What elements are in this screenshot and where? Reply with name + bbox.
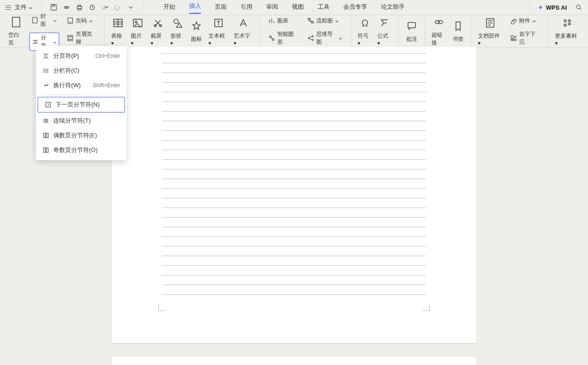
comment-icon [405,20,418,33]
divider [529,3,530,11]
header-footer-icon [67,34,74,42]
smartart-button[interactable]: 智能图形 [266,29,299,47]
star-icon [190,20,203,33]
svg-rect-1 [52,5,55,6]
svg-rect-27 [408,22,415,28]
overflow-icon[interactable] [127,4,134,11]
menu-continuous-section[interactable]: 连续分节符(T) [36,113,127,128]
comment-button[interactable]: 批注 [403,20,421,43]
svg-point-15 [135,21,137,22]
tab-reference[interactable]: 引用 [241,2,252,14]
building-blocks-button[interactable]: 文档部件 ▾ [475,17,505,46]
page-margin-markers [158,304,430,311]
svg-point-21 [272,39,274,40]
tab-insert[interactable]: 插入 [189,1,201,14]
icon-button[interactable]: 图标 [187,20,206,43]
hyperlink-icon [432,16,445,28]
chevron-up-icon [53,39,57,44]
hyperlink-button[interactable]: 超链接 [429,16,449,47]
shape-button[interactable]: 形状 ▾ [168,17,187,46]
header-footer-button[interactable]: 页眉页脚 [65,29,98,47]
picture-button[interactable]: 图片 ▾ [128,17,148,46]
textbox-button[interactable]: 文本框 ▾ [206,17,230,46]
svg-point-3 [66,6,69,8]
svg-rect-4 [77,6,82,9]
sparkle-icon: ✦ [538,4,543,11]
svg-rect-36 [44,133,45,138]
link-icon[interactable] [63,4,70,11]
dropcap-icon [510,34,517,42]
page-number-button[interactable]: 页码 [65,16,98,26]
menu-next-page-section[interactable]: 下一页分节符(N) [38,97,125,112]
chart-button[interactable]: 图表 [266,16,299,26]
save-icon[interactable] [50,4,57,11]
paperclip-icon [510,17,517,24]
main-tabs: 开始 插入 页面 引用 审阅 视图 工具 会员专享 论文助手 [163,1,405,14]
file-menu[interactable]: 文件 [6,3,33,11]
menu-line-break[interactable]: 换行符(W) Shift+Enter [36,78,127,93]
equation-button[interactable]: 公式 ▾ [375,17,394,46]
chevron-down-icon [53,18,57,22]
tab-home[interactable]: 开始 [163,2,175,14]
wps-ai-button[interactable]: ✦ WPS AI [538,4,567,11]
equation-icon [378,17,391,29]
tab-tools[interactable]: 工具 [318,2,330,14]
textbox-icon [212,17,225,29]
svg-point-34 [564,24,566,26]
bookmark-button[interactable]: 书签 [449,20,467,43]
redo-icon[interactable] [114,4,122,11]
flowchart-button[interactable]: 流程图 [305,16,345,26]
svg-point-20 [269,36,271,38]
svg-point-32 [564,20,566,22]
tab-page[interactable]: 页面 [215,2,227,14]
undo-icon[interactable] [101,4,109,11]
svg-rect-0 [51,5,56,10]
page-1 [112,47,476,343]
page-break-icon [32,38,39,45]
blank-page-button[interactable]: 空白页 [6,16,27,47]
cover-button[interactable]: 封面 [29,11,59,29]
wps-ai-label: WPS AI [546,4,567,11]
symbol-button[interactable]: 符号 ▾ [355,17,375,46]
mindmap-button[interactable]: 思维导图 [305,29,345,47]
blank-page-icon [10,16,22,28]
line-break-icon [42,82,50,89]
menu-even-page-section[interactable]: 偶数页分节符(E) [36,128,127,143]
attachment-button[interactable]: 附件 [508,16,541,26]
mindmap-icon [307,34,314,42]
svg-rect-6 [78,9,81,10]
next-page-section-icon [45,101,52,108]
wordart-button[interactable]: 艺术字 ▾ [231,17,256,46]
screenshot-button[interactable]: 截屏 ▾ [148,17,168,46]
svg-rect-11 [68,18,73,23]
menu-odd-page-section[interactable]: 奇数页分节符(O) [36,143,127,157]
svg-point-18 [174,19,178,23]
svg-rect-10 [33,17,37,23]
menu-column-break[interactable]: 分栏符(C) [36,63,127,78]
flowchart-icon [307,17,314,24]
print-icon[interactable] [76,4,83,11]
page-break-icon [42,52,50,60]
history-icon[interactable] [89,4,96,11]
drop-cap-button[interactable]: 首字下沉 [508,29,541,47]
tab-review[interactable]: 审阅 [266,2,278,14]
svg-rect-5 [78,5,81,6]
parts-icon [484,17,497,29]
tab-member[interactable]: 会员专享 [343,2,367,14]
even-page-section-icon [42,132,50,139]
file-label: 文件 [15,3,27,11]
menu-page-break[interactable]: 分页符(P) Ctrl+Enter [36,49,127,63]
svg-rect-37 [46,133,48,138]
scissors-icon [151,17,164,29]
search-icon[interactable] [575,4,582,11]
tab-thesis[interactable]: 论文助手 [381,2,405,14]
bookmark-icon [452,20,465,33]
tab-view[interactable]: 视图 [292,2,304,14]
cover-icon [31,17,39,24]
smartart-icon [268,34,275,42]
more-elements-button[interactable]: 更多素材 ▾ [552,17,582,46]
page-2 [112,357,476,365]
shape-icon [171,17,184,29]
chevron-down-icon [28,5,33,10]
table-button[interactable]: 表格 ▾ [108,17,128,46]
